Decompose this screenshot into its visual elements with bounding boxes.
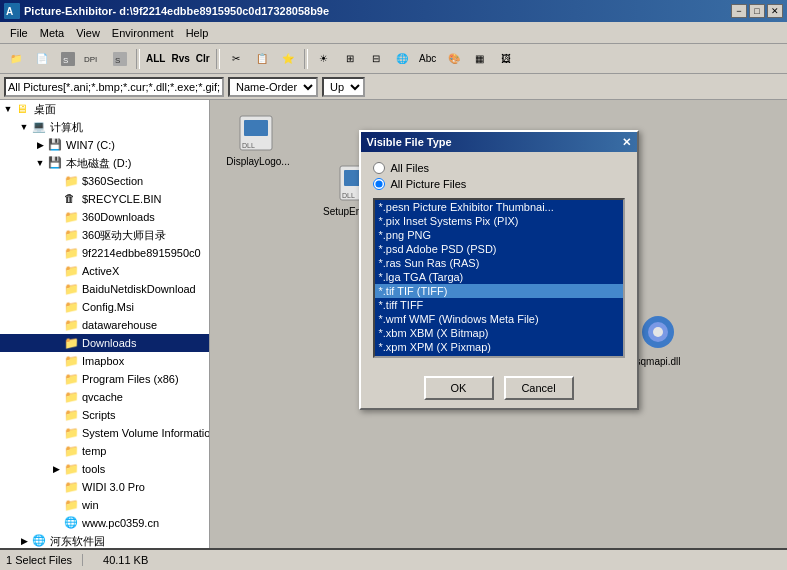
file-type-list[interactable]: *.pesn Picture Exhibitor Thumbnai... *.p…	[373, 198, 625, 358]
svg-text:S: S	[63, 56, 68, 65]
tree-config[interactable]: 📁 Config.Msi	[0, 298, 209, 316]
tree-widi[interactable]: 📁 WIDI 3.0 Pro	[0, 478, 209, 496]
list-item-psd[interactable]: *.psd Adobe PSD (PSD)	[375, 242, 623, 256]
label-all: ALL	[144, 53, 167, 64]
label-rvs: Rvs	[169, 53, 191, 64]
drive-icon-d: 💾	[48, 156, 64, 170]
expand-360dir	[48, 227, 64, 243]
svg-text:S: S	[115, 56, 120, 65]
menu-help[interactable]: Help	[180, 25, 215, 41]
tree-locald[interactable]: ▼ 💾 本地磁盘 (D:)	[0, 154, 209, 172]
tree-label-baidu: BaiduNetdiskDownload	[82, 283, 196, 295]
toolbar-table[interactable]: ⊟	[364, 47, 388, 71]
tree-scripts[interactable]: 📁 Scripts	[0, 406, 209, 424]
tree-root[interactable]: ▼ 🖥 桌面	[0, 100, 209, 118]
toolbar-img[interactable]: 🖼	[494, 47, 518, 71]
list-item-xbm[interactable]: *.xbm XBM (X Bitmap)	[375, 326, 623, 340]
tree-systemvolume[interactable]: 📁 System Volume Informatio...	[0, 424, 209, 442]
dialog-title-bar: Visible File Type ✕	[361, 132, 637, 152]
toolbar-copy[interactable]: 📋	[250, 47, 274, 71]
toolbar-grid2[interactable]: ▦	[468, 47, 492, 71]
filter-input[interactable]	[4, 77, 224, 97]
menu-view[interactable]: View	[70, 25, 106, 41]
tree-label-datawarehouse: datawarehouse	[82, 319, 157, 331]
main-area: ▼ 🖥 桌面 ▼ 💻 计算机 ▶ 💾 WIN7 (C:) ▼ 💾 本地磁盘 (D…	[0, 100, 787, 548]
sort-select[interactable]: Name-Order	[228, 77, 318, 97]
tree-downloads[interactable]: 📁 Downloads	[0, 334, 209, 352]
minimize-button[interactable]: −	[731, 4, 747, 18]
tree-computer[interactable]: ▼ 💻 计算机	[0, 118, 209, 136]
tree-9f2214[interactable]: 📁 9f2214edbbe8915950c0	[0, 244, 209, 262]
expand-pc0359	[48, 515, 64, 531]
toolbar-dpi[interactable]: DPI	[82, 47, 106, 71]
tree-hedong[interactable]: ▶ 🌐 河东软件园	[0, 532, 209, 548]
tree-recycle[interactable]: 🗑 $RECYCLE.BIN	[0, 190, 209, 208]
folder-icon-qvcache: 📁	[64, 390, 80, 404]
toolbar-btn-3[interactable]: S	[56, 47, 80, 71]
radio-pictures-input[interactable]	[373, 178, 385, 190]
list-item-tiff[interactable]: *.tiff TIFF	[375, 298, 623, 312]
toolbar-sun[interactable]: ☀	[312, 47, 336, 71]
folder-icon-360section: 📁	[64, 174, 80, 188]
list-item-allfiles[interactable]: ** All Files	[375, 354, 623, 358]
tree-win7c[interactable]: ▶ 💾 WIN7 (C:)	[0, 136, 209, 154]
tree-label-activex: ActiveX	[82, 265, 119, 277]
tree-temp[interactable]: 📁 temp	[0, 442, 209, 460]
list-item-lga[interactable]: *.lga TGA (Targa)	[375, 270, 623, 284]
tree-360downloads[interactable]: 📁 360Downloads	[0, 208, 209, 226]
tree-imapbox[interactable]: 📁 Imapbox	[0, 352, 209, 370]
toolbar-btn-4[interactable]: S	[108, 47, 132, 71]
list-item-tif[interactable]: *.tif TIF (TIFF)	[375, 284, 623, 298]
radio-all-files[interactable]: All Files	[373, 162, 625, 174]
tree-label-win: win	[82, 499, 99, 511]
expand-activex	[48, 263, 64, 279]
list-item-ras[interactable]: *.ras Sun Ras (RAS)	[375, 256, 623, 270]
menu-environment[interactable]: Environment	[106, 25, 180, 41]
toolbar-star[interactable]: ⭐	[276, 47, 300, 71]
tree-pc0359[interactable]: 🌐 www.pc0359.cn	[0, 514, 209, 532]
status-size: 40.11 KB	[103, 554, 148, 566]
toolbar-text[interactable]: Abc	[416, 47, 440, 71]
tree-datawarehouse[interactable]: 📁 datawarehouse	[0, 316, 209, 334]
ok-button[interactable]: OK	[424, 376, 494, 400]
toolbar-globe[interactable]: 🌐	[390, 47, 414, 71]
folder-icon-9f2214: 📁	[64, 246, 80, 260]
list-item-pesn[interactable]: *.pesn Picture Exhibitor Thumbnai...	[375, 200, 623, 214]
folder-icon-activex: 📁	[64, 264, 80, 278]
close-button[interactable]: ✕	[767, 4, 783, 18]
expand-tools: ▶	[48, 461, 64, 477]
list-item-pix[interactable]: *.pix Inset Systems Pix (PIX)	[375, 214, 623, 228]
list-item-wmf[interactable]: *.wmf WMF (Windows Meta File)	[375, 312, 623, 326]
tree-win[interactable]: 📁 win	[0, 496, 209, 514]
folder-icon-baidu: 📁	[64, 282, 80, 296]
toolbar-grid[interactable]: ⊞	[338, 47, 362, 71]
menu-meta[interactable]: Meta	[34, 25, 70, 41]
tree-baidu[interactable]: 📁 BaiduNetdiskDownload	[0, 280, 209, 298]
list-item-xpm[interactable]: *.xpm XPM (X Pixmap)	[375, 340, 623, 354]
tree-tools[interactable]: ▶ 📁 tools	[0, 460, 209, 478]
tree-activex[interactable]: 📁 ActiveX	[0, 262, 209, 280]
tree-programfiles[interactable]: 📁 Program Files (x86)	[0, 370, 209, 388]
label-clr: Clr	[194, 53, 212, 64]
toolbar-cut[interactable]: ✂	[224, 47, 248, 71]
maximize-button[interactable]: □	[749, 4, 765, 18]
radio-all-label: All Files	[391, 162, 430, 174]
radio-picture-files[interactable]: All Picture Files	[373, 178, 625, 190]
tree-label-locald: 本地磁盘 (D:)	[66, 156, 131, 171]
toolbar-btn-1[interactable]: 📁	[4, 47, 28, 71]
dialog-close-button[interactable]: ✕	[622, 136, 631, 149]
toolbar-btn-2[interactable]: 📄	[30, 47, 54, 71]
expand-imapbox	[48, 353, 64, 369]
dialog-title-text: Visible File Type	[367, 136, 452, 148]
expand-systemvolume	[48, 425, 64, 441]
menu-file[interactable]: File	[4, 25, 34, 41]
tree-qvcache[interactable]: 📁 qvcache	[0, 388, 209, 406]
tree-360dir[interactable]: 📁 360驱动大师目录	[0, 226, 209, 244]
direction-select[interactable]: Up	[322, 77, 365, 97]
cancel-button[interactable]: Cancel	[504, 376, 574, 400]
tree-360section[interactable]: 📁 $360Section	[0, 172, 209, 190]
toolbar-paint[interactable]: 🎨	[442, 47, 466, 71]
radio-all-input[interactable]	[373, 162, 385, 174]
list-item-png[interactable]: *.png PNG	[375, 228, 623, 242]
tree-label-recycle: $RECYCLE.BIN	[82, 193, 161, 205]
